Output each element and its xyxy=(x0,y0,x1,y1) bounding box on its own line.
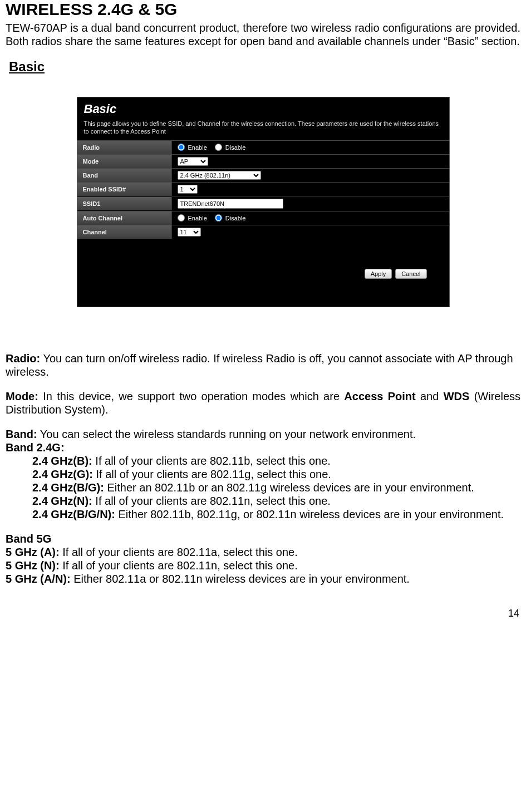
band24bgn-desc: 2.4 GHz(B/G/N): Either 802.11b, 802.11g,… xyxy=(6,508,520,521)
config-screenshot: Basic This page allows you to define SSI… xyxy=(77,97,450,307)
mode-desc-text2: and xyxy=(416,390,444,402)
content: Radio: You can turn on/off wireless radi… xyxy=(6,352,520,585)
band5a-text: If all of your clients are 802.11a, sele… xyxy=(60,546,298,558)
auto-channel-label: Auto Channel xyxy=(77,211,172,225)
mode-desc-bold1: Access Point xyxy=(344,390,415,402)
mode-desc-text1: In this device, we support two operation… xyxy=(38,390,344,402)
band5an-label: 5 GHz (A/N): xyxy=(6,573,71,585)
band24n-text: If all of your clients are 802.11n, sele… xyxy=(92,495,331,507)
channel-select[interactable]: 11 xyxy=(178,228,201,237)
band24bg-label: 2.4 GHz(B/G): xyxy=(32,481,104,494)
row-enabled-ssid: Enabled SSID# 1 xyxy=(77,182,449,196)
band24n-desc: 2.4 GHz(N): If all of your clients are 8… xyxy=(32,494,520,508)
band5n-label: 5 GHz (N): xyxy=(6,559,60,572)
band24g-desc: 2.4 GHz(G): If all of your clients are 8… xyxy=(32,467,520,481)
row-ssid1: SSID1 xyxy=(77,196,449,211)
band24g-text: If all of your clients are 802.11g, sele… xyxy=(93,468,331,480)
intro-text: TEW-670AP is a dual band concurrent prod… xyxy=(6,21,520,48)
radio-enable[interactable] xyxy=(178,144,185,151)
ssid1-input[interactable] xyxy=(178,199,283,209)
channel-label: Channel xyxy=(77,225,172,239)
band24b-desc: 2.4 GHz(B): If all of your clients are 8… xyxy=(32,454,520,467)
band-field: 2.4 GHz (802.11n) xyxy=(172,169,449,182)
row-mode: Mode AP xyxy=(77,154,449,168)
button-row: Apply Cancel xyxy=(77,261,449,279)
page-number: 14 xyxy=(0,585,526,624)
basic-heading: Basic xyxy=(9,59,520,75)
band5n-desc: 5 GHz (N): If all of your clients are 80… xyxy=(6,559,520,572)
band5-heading: Band 5G xyxy=(6,532,520,545)
apply-button[interactable]: Apply xyxy=(365,269,392,279)
radio-disable-label: Disable xyxy=(225,144,246,151)
auto-channel-disable[interactable] xyxy=(215,214,222,222)
page-title: WIRELESS 2.4G & 5G xyxy=(6,0,520,19)
auto-channel-field: Enable Disable xyxy=(172,212,449,224)
band-desc-label: Band: xyxy=(6,428,37,440)
ssid1-label: SSID1 xyxy=(77,197,172,210)
radio-disable[interactable] xyxy=(215,144,222,151)
band24n-label: 2.4 GHz(N): xyxy=(32,495,92,507)
screenshot-container: Basic This page allows you to define SSI… xyxy=(6,97,520,307)
auto-channel-disable-label: Disable xyxy=(225,215,246,222)
mode-label: Mode xyxy=(77,155,172,168)
band5-heading-text: Band 5G xyxy=(6,533,51,545)
auto-channel-enable-label: Enable xyxy=(188,215,207,222)
band24b-label: 2.4 GHz(B): xyxy=(32,455,92,467)
radio-label: Radio xyxy=(77,141,172,154)
mode-desc-bold2: WDS xyxy=(444,390,470,402)
radio-desc-text: You can turn on/off wireless radio. If w… xyxy=(6,352,513,378)
band24bg-desc: 2.4 GHz(B/G): Either an 802.11b or an 80… xyxy=(9,481,520,494)
band24bgn-text: Either 802.11b, 802.11g, or 802.11n wire… xyxy=(115,508,504,520)
auto-channel-enable[interactable] xyxy=(178,214,185,222)
screenshot-desc: This page allows you to define SSID, and… xyxy=(77,120,449,140)
ssid1-field xyxy=(172,196,449,211)
band-label: Band xyxy=(77,169,172,182)
band24bg-text: Either an 802.11b or an 802.11g wireless… xyxy=(104,481,474,494)
cancel-button[interactable]: Cancel xyxy=(395,269,426,279)
radio-field: Enable Disable xyxy=(172,141,449,153)
channel-field: 11 xyxy=(172,225,449,239)
radio-desc-label: Radio: xyxy=(6,352,40,365)
mode-field: AP xyxy=(172,155,449,168)
band24b-text: If all of your clients are 802.11b, sele… xyxy=(92,455,331,467)
screenshot-title: Basic xyxy=(77,97,449,120)
row-channel: Channel 11 xyxy=(77,225,449,239)
band5n-text: If all of your clients are 802.11n, sele… xyxy=(60,559,298,572)
row-radio: Radio Enable Disable xyxy=(77,140,449,154)
band5an-text: Either 802.11a or 802.11n wireless devic… xyxy=(71,573,410,585)
band5an-desc: 5 GHz (A/N): Either 802.11a or 802.11n w… xyxy=(6,572,520,585)
band-desc: Band: You can select the wireless standa… xyxy=(6,427,520,441)
mode-desc-label: Mode: xyxy=(6,390,38,402)
band5a-label: 5 GHz (A): xyxy=(6,546,60,558)
row-band: Band 2.4 GHz (802.11n) xyxy=(77,168,449,182)
band24-heading-text: Band 2.4G: xyxy=(6,441,65,454)
mode-desc: Mode: In this device, we support two ope… xyxy=(6,390,520,416)
enabled-ssid-select[interactable]: 1 xyxy=(178,185,198,194)
mode-select[interactable]: AP xyxy=(178,157,208,166)
enabled-ssid-field: 1 xyxy=(172,183,449,196)
radio-desc: Radio: You can turn on/off wireless radi… xyxy=(6,352,520,378)
row-auto-channel: Auto Channel Enable Disable xyxy=(77,211,449,225)
enabled-ssid-label: Enabled SSID# xyxy=(77,183,172,196)
band-select[interactable]: 2.4 GHz (802.11n) xyxy=(178,171,261,180)
band-desc-text: You can select the wireless standards ru… xyxy=(37,428,416,440)
radio-enable-label: Enable xyxy=(188,144,207,151)
band24bgn-label: 2.4 GHz(B/G/N): xyxy=(32,508,115,520)
band5a-desc: 5 GHz (A): If all of your clients are 80… xyxy=(6,545,520,559)
band24-heading: Band 2.4G: xyxy=(6,441,520,454)
band24g-label: 2.4 GHz(G): xyxy=(32,468,93,480)
